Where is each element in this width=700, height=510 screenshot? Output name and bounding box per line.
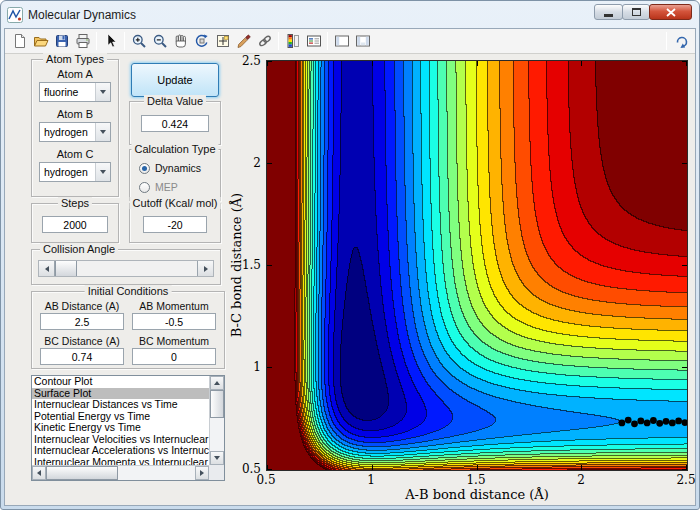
y-tick-label: 2 <box>229 156 261 170</box>
plot-type-list-items: Contour PlotSurface PlotInternuclear Dis… <box>32 376 209 465</box>
arrow-left-icon <box>37 470 41 476</box>
y-tick-label: 2.5 <box>229 54 261 68</box>
open-folder-icon <box>33 33 49 49</box>
scroll-down-button[interactable] <box>210 451 224 465</box>
scroll-right-button[interactable] <box>195 466 209 480</box>
maximize-button[interactable] <box>622 4 650 20</box>
scrollbar-corner <box>209 465 224 480</box>
list-item[interactable]: Internuclear Momenta vs Internuclear Dis… <box>32 457 209 466</box>
scroll-left-button[interactable] <box>32 466 46 480</box>
dock-figure-button[interactable] <box>670 31 691 52</box>
arrow-up-icon <box>214 381 220 385</box>
atom-b-label: Atom B <box>32 108 118 120</box>
list-item[interactable]: Internuclear Distances vs Time <box>32 399 209 411</box>
x-tick-label: 2.5 <box>676 473 695 487</box>
dropdown-arrow-button[interactable] <box>95 163 110 181</box>
x-tick-label: 0.5 <box>256 473 275 487</box>
data-cursor-button[interactable] <box>212 31 233 52</box>
calculation-type-title: Calculation Type <box>131 143 218 155</box>
pan-button[interactable] <box>170 31 191 52</box>
ab-momentum-field[interactable] <box>132 313 216 330</box>
steps-field[interactable] <box>42 216 108 233</box>
edit-plot-button[interactable] <box>100 31 121 52</box>
link-plot-button[interactable] <box>254 31 275 52</box>
vertical-scroll-thumb[interactable] <box>210 390 224 418</box>
zoom-out-button[interactable] <box>149 31 170 52</box>
collision-angle-slider[interactable] <box>38 260 214 277</box>
cutoff-panel: Cutoff (Kcal/ mol) <box>129 203 221 243</box>
dropdown-arrow-button[interactable] <box>95 83 110 101</box>
contour-plot-canvas[interactable] <box>267 61 687 470</box>
new-file-button[interactable] <box>9 31 30 52</box>
slider-right-button[interactable] <box>197 261 213 276</box>
atom-c-value: hydrogen <box>40 163 95 181</box>
save-button[interactable] <box>51 31 72 52</box>
brush-button[interactable] <box>233 31 254 52</box>
atom-b-dropdown[interactable]: hydrogen <box>39 122 111 142</box>
delta-value-panel: Delta Value <box>129 101 221 145</box>
print-button[interactable] <box>72 31 93 52</box>
update-button[interactable]: Update <box>131 63 219 97</box>
list-item[interactable]: Kinetic Energy vs Time <box>32 422 209 434</box>
show-plot-tools-button[interactable] <box>352 31 373 52</box>
toolbar-separator <box>666 32 667 50</box>
radio-dynamics-label: Dynamics <box>155 162 201 174</box>
ab-distance-label: AB Distance (A) <box>40 300 124 312</box>
bc-distance-label: BC Distance (A) <box>40 335 124 347</box>
radio-dynamics[interactable]: Dynamics <box>139 161 201 175</box>
rotate-3d-button[interactable] <box>191 31 212 52</box>
radio-mep[interactable]: MEP <box>139 180 178 194</box>
slider-thumb[interactable] <box>55 261 77 276</box>
plot-type-list[interactable]: Contour PlotSurface PlotInternuclear Dis… <box>31 375 225 481</box>
hide-plot-tools-button[interactable] <box>331 31 352 52</box>
minimize-button[interactable] <box>594 4 623 20</box>
open-file-button[interactable] <box>30 31 51 52</box>
atom-c-label: Atom C <box>32 148 118 160</box>
data-cursor-icon <box>215 33 231 49</box>
toolbar-separator <box>327 32 328 50</box>
atom-c-dropdown[interactable]: hydrogen <box>39 162 111 182</box>
insert-colorbar-button[interactable] <box>282 31 303 52</box>
radio-mep-label: MEP <box>155 181 178 193</box>
atom-a-value: fluorine <box>40 83 95 101</box>
maximize-icon <box>632 8 641 16</box>
x-tick-label: 2 <box>577 473 585 487</box>
calculation-type-panel: Calculation Type Dynamics MEP <box>129 149 221 201</box>
legend-icon <box>306 33 322 49</box>
close-icon <box>666 8 676 17</box>
x-tick-label: 1.5 <box>466 473 485 487</box>
list-item[interactable]: Internuclear Accelerations vs Internucle… <box>32 445 209 457</box>
vertical-scrollbar[interactable] <box>209 376 224 465</box>
delta-value-field[interactable] <box>141 115 209 132</box>
cutoff-title: Cutoff (Kcal/ mol) <box>130 197 221 209</box>
cutoff-field[interactable] <box>143 216 207 233</box>
radio-button-icon <box>139 163 150 174</box>
bc-momentum-field[interactable] <box>132 348 216 365</box>
dock-figure-icon <box>673 33 689 49</box>
atom-types-panel: Atom Types Atom A fluorine Atom B hydrog… <box>31 59 119 197</box>
zoom-in-button[interactable] <box>128 31 149 52</box>
steps-title: Steps <box>58 197 92 209</box>
scroll-up-button[interactable] <box>210 376 224 390</box>
toolbar <box>5 29 695 54</box>
chevron-down-icon <box>100 130 106 134</box>
horizontal-scrollbar[interactable] <box>32 465 209 480</box>
bc-momentum-label: BC Momentum <box>132 335 216 347</box>
y-tick-label: 1.5 <box>229 258 261 272</box>
pan-hand-icon <box>173 33 189 49</box>
ab-distance-field[interactable] <box>40 313 124 330</box>
atom-a-dropdown[interactable]: fluorine <box>39 82 111 102</box>
close-button[interactable] <box>649 4 692 20</box>
slider-left-button[interactable] <box>39 261 55 276</box>
horizontal-scroll-thumb[interactable] <box>46 466 118 480</box>
dropdown-arrow-button[interactable] <box>95 123 110 141</box>
colorbar-icon <box>285 33 301 49</box>
app-window: Molecular Dynamics <box>0 0 700 510</box>
insert-legend-button[interactable] <box>303 31 324 52</box>
titlebar[interactable]: Molecular Dynamics <box>1 1 699 28</box>
bc-distance-field[interactable] <box>40 348 124 365</box>
list-item[interactable]: Contour Plot <box>32 376 209 388</box>
chevron-down-icon <box>100 170 106 174</box>
arrow-down-icon <box>214 456 220 460</box>
x-tick-label: 1 <box>367 473 375 487</box>
